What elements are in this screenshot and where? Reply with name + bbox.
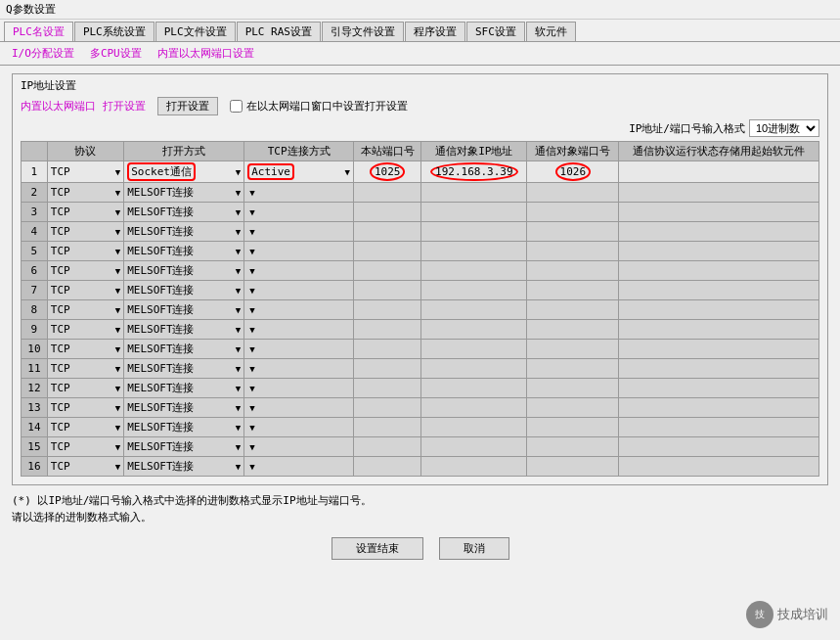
cell-open[interactable]: MELSOFT连接▼ xyxy=(124,203,244,222)
cell-protocol[interactable]: TCP▼ xyxy=(47,300,123,320)
tab-io[interactable]: I/O分配设置 xyxy=(4,44,82,63)
tab-plc-file[interactable]: PLC文件设置 xyxy=(155,22,236,41)
tab-plc-name[interactable]: PLC名设置 xyxy=(4,22,73,41)
confirm-button[interactable]: 设置结束 xyxy=(332,537,423,560)
cell-local-port[interactable] xyxy=(354,183,421,203)
cell-local-port[interactable] xyxy=(354,340,421,359)
cell-target-port[interactable] xyxy=(527,398,619,418)
cell-protocol[interactable]: TCP▼ xyxy=(47,437,123,457)
cell-local-port[interactable] xyxy=(354,203,421,222)
cell-tcp[interactable]: ▼ xyxy=(244,183,354,203)
cell-protocol[interactable]: TCP▼ xyxy=(47,398,123,418)
cell-protocol[interactable]: TCP▼ xyxy=(47,203,123,222)
cell-target-port[interactable] xyxy=(527,437,619,457)
open-setting-button[interactable]: 打开设置 xyxy=(157,97,218,115)
cell-tcp[interactable]: ▼ xyxy=(244,203,354,222)
cell-target-ip[interactable] xyxy=(421,359,527,379)
cell-tcp[interactable]: Active▼ xyxy=(244,161,354,183)
cell-target-ip[interactable] xyxy=(421,340,527,359)
tab-plc-ras[interactable]: PLC RAS设置 xyxy=(237,22,321,41)
cell-open[interactable]: MELSOFT连接▼ xyxy=(124,320,244,340)
tab-plc-system[interactable]: PLC系统设置 xyxy=(74,22,155,41)
tab-sfc[interactable]: SFC设置 xyxy=(466,22,525,41)
cell-target-port[interactable] xyxy=(527,320,619,340)
cell-local-port[interactable] xyxy=(354,398,421,418)
cell-tcp[interactable]: ▼ xyxy=(244,379,354,398)
cell-protocol[interactable]: TCP▼ xyxy=(47,281,123,300)
cell-target-port[interactable] xyxy=(527,340,619,359)
cell-local-port[interactable] xyxy=(354,300,421,320)
cell-open[interactable]: MELSOFT连接▼ xyxy=(124,418,244,437)
cell-target-ip[interactable] xyxy=(421,457,527,477)
cell-target-port[interactable] xyxy=(527,242,619,261)
cell-tcp[interactable]: ▼ xyxy=(244,320,354,340)
cell-local-port[interactable] xyxy=(354,437,421,457)
cell-protocol[interactable]: TCP▼ xyxy=(47,457,123,477)
cell-local-port[interactable] xyxy=(354,261,421,281)
cell-local-port[interactable] xyxy=(354,379,421,398)
cell-target-ip[interactable]: 192.168.3.39 xyxy=(421,161,527,183)
cell-tcp[interactable]: ▼ xyxy=(244,261,354,281)
cell-tcp[interactable]: ▼ xyxy=(244,340,354,359)
cell-local-port[interactable] xyxy=(354,457,421,477)
cell-target-ip[interactable] xyxy=(421,261,527,281)
cell-target-port[interactable] xyxy=(527,183,619,203)
cell-tcp[interactable]: ▼ xyxy=(244,457,354,477)
tab-multicpu[interactable]: 多CPU设置 xyxy=(82,44,150,63)
cell-tcp[interactable]: ▼ xyxy=(244,300,354,320)
cell-target-port[interactable] xyxy=(527,281,619,300)
cell-local-port[interactable] xyxy=(354,222,421,242)
cell-tcp[interactable]: ▼ xyxy=(244,398,354,418)
cell-tcp[interactable]: ▼ xyxy=(244,359,354,379)
cell-open[interactable]: MELSOFT连接▼ xyxy=(124,261,244,281)
cell-tcp[interactable]: ▼ xyxy=(244,281,354,300)
cell-target-ip[interactable] xyxy=(421,300,527,320)
cell-tcp[interactable]: ▼ xyxy=(244,222,354,242)
cell-protocol[interactable]: TCP▼ xyxy=(47,320,123,340)
cell-target-ip[interactable] xyxy=(421,203,527,222)
open-setting-checkbox[interactable] xyxy=(230,100,243,113)
cell-target-ip[interactable] xyxy=(421,320,527,340)
cancel-button[interactable]: 取消 xyxy=(439,537,509,560)
cell-open[interactable]: MELSOFT连接▼ xyxy=(124,359,244,379)
cell-target-ip[interactable] xyxy=(421,281,527,300)
cell-tcp[interactable]: ▼ xyxy=(244,437,354,457)
cell-target-ip[interactable] xyxy=(421,222,527,242)
cell-protocol[interactable]: TCP▼ xyxy=(47,161,123,183)
cell-local-port[interactable] xyxy=(354,359,421,379)
cell-target-port[interactable] xyxy=(527,379,619,398)
cell-target-ip[interactable] xyxy=(421,242,527,261)
cell-open[interactable]: MELSOFT连接▼ xyxy=(124,300,244,320)
cell-local-port[interactable] xyxy=(354,320,421,340)
cell-open[interactable]: MELSOFT连接▼ xyxy=(124,281,244,300)
tab-guide[interactable]: 引导文件设置 xyxy=(322,22,404,41)
cell-open[interactable]: MELSOFT连接▼ xyxy=(124,340,244,359)
cell-protocol[interactable]: TCP▼ xyxy=(47,242,123,261)
cell-target-port[interactable] xyxy=(527,203,619,222)
tab-ethernet[interactable]: 内置以太网端口设置 xyxy=(150,44,262,63)
cell-open[interactable]: MELSOFT连接▼ xyxy=(124,379,244,398)
cell-open[interactable]: MELSOFT连接▼ xyxy=(124,437,244,457)
cell-target-port[interactable]: 1026 xyxy=(527,161,619,183)
cell-open[interactable]: MELSOFT连接▼ xyxy=(124,183,244,203)
cell-local-port[interactable] xyxy=(354,281,421,300)
cell-local-port[interactable] xyxy=(354,242,421,261)
cell-open[interactable]: MELSOFT连接▼ xyxy=(124,222,244,242)
cell-protocol[interactable]: TCP▼ xyxy=(47,222,123,242)
cell-target-ip[interactable] xyxy=(421,437,527,457)
cell-target-port[interactable] xyxy=(527,418,619,437)
cell-open[interactable]: MELSOFT连接▼ xyxy=(124,398,244,418)
cell-open[interactable]: MELSOFT连接▼ xyxy=(124,457,244,477)
cell-target-port[interactable] xyxy=(527,222,619,242)
cell-local-port[interactable] xyxy=(354,418,421,437)
cell-local-port[interactable]: 1025 xyxy=(354,161,421,183)
cell-target-port[interactable] xyxy=(527,300,619,320)
cell-tcp[interactable]: ▼ xyxy=(244,418,354,437)
cell-target-port[interactable] xyxy=(527,359,619,379)
cell-open[interactable]: Socket通信▼ xyxy=(124,161,244,183)
format-select[interactable]: 10进制数 16进制数 xyxy=(749,119,819,137)
cell-protocol[interactable]: TCP▼ xyxy=(47,379,123,398)
cell-target-ip[interactable] xyxy=(421,183,527,203)
cell-target-port[interactable] xyxy=(527,457,619,477)
tab-softelem[interactable]: 软元件 xyxy=(526,22,576,41)
